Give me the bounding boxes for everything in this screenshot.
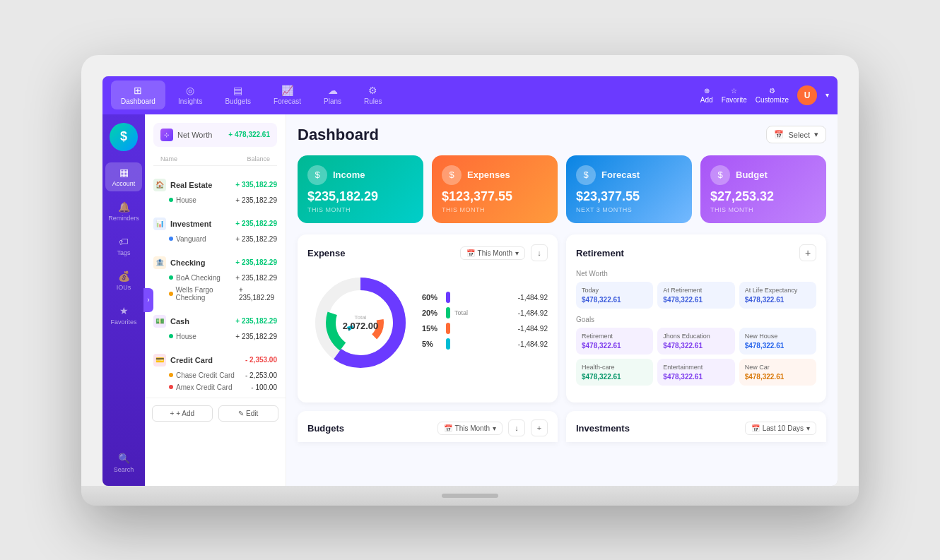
account-group-cash-header[interactable]: 💵 Cash + 235,182.29 bbox=[151, 312, 280, 330]
retirement-cards: Today $478,322.61 At Retirement $478,322… bbox=[576, 282, 816, 309]
add-action[interactable]: ⊕ Add bbox=[700, 87, 713, 104]
favorite-icon: ☆ bbox=[731, 87, 737, 95]
forecast-period: NEXT 3 MONTHS bbox=[576, 206, 682, 213]
dot-blue bbox=[169, 237, 173, 241]
sidebar-item-search[interactable]: 🔍 Search bbox=[105, 448, 142, 477]
budgets-controls: 📅 This Month ▾ ↓ + bbox=[437, 419, 548, 436]
goal-healthcare: Health-care $478,322.61 bbox=[576, 359, 653, 386]
donut-center: Total 2,072.00 bbox=[343, 314, 379, 331]
goal-retirement: Retirement $478,322.61 bbox=[576, 328, 653, 355]
sidebar-item-reminders[interactable]: 🔔 Reminders bbox=[105, 197, 142, 226]
goal-education-label: Jhons Education bbox=[663, 333, 729, 340]
stat-card-income: $ Income $235,182.29 THIS MONTH bbox=[298, 155, 423, 224]
budgets-download-btn[interactable]: ↓ bbox=[508, 419, 525, 436]
goal-healthcare-value: $478,322.61 bbox=[582, 373, 647, 381]
dashboard-select[interactable]: 📅 Select ▾ bbox=[766, 126, 826, 143]
account-sub-chase: Chase Credit Card - 2,253.00 bbox=[151, 369, 280, 381]
col-headers: Name Balance bbox=[153, 153, 277, 166]
nav-actions-group: ⊕ Add ☆ Favorite ⚙ Customize U ▾ bbox=[700, 85, 829, 105]
account-sub-boa: BoA Checking + 235,182.29 bbox=[151, 272, 280, 284]
legend-item-1: 20% Total -1,484.92 bbox=[422, 307, 548, 318]
rules-tab-label: Rules bbox=[364, 97, 382, 105]
stat-card-expenses: $ Expenses $123,377.55 THIS MONTH bbox=[432, 155, 558, 224]
favorites-label: Favorites bbox=[111, 318, 137, 326]
credit-card-icon: 💳 bbox=[153, 354, 166, 367]
sidebar-item-favorites[interactable]: ★ Favorites bbox=[105, 301, 142, 330]
legend-bar-orange bbox=[446, 323, 450, 334]
rules-tab-icon: ⚙ bbox=[368, 85, 377, 96]
expense-panel: Expense 📅 This Month ▾ ↓ bbox=[298, 234, 558, 403]
expense-date-selector[interactable]: 📅 This Month ▾ bbox=[460, 246, 525, 260]
tab-budgets[interactable]: ▤ Budgets bbox=[215, 81, 261, 109]
retirement-net-worth-section: Net Worth Today $478,322.61 At Retiremen… bbox=[576, 270, 816, 309]
legend-bar-purple bbox=[446, 292, 450, 303]
expense-legend: 60% -1,484.92 20% bbox=[422, 292, 548, 354]
sidebar-item-tags[interactable]: 🏷 Tags bbox=[105, 232, 142, 261]
dot-amex bbox=[169, 385, 173, 389]
expenses-icon: $ bbox=[442, 165, 462, 185]
net-worth-label: ⊹ Net Worth bbox=[160, 129, 212, 141]
sidebar-expand-btn[interactable]: › bbox=[143, 288, 153, 312]
account-group-credit-card-header[interactable]: 💳 Credit Card - 2,353.00 bbox=[151, 351, 280, 369]
at-retirement-value: $478,322.61 bbox=[663, 296, 729, 304]
account-group-investment-header[interactable]: 📊 Investment + 235,182.29 bbox=[151, 215, 280, 233]
retirement-add-btn[interactable]: + bbox=[799, 244, 816, 261]
tab-dashboard[interactable]: ⊞ Dashboard bbox=[111, 81, 165, 109]
goal-car-value: $478,322.61 bbox=[745, 373, 811, 381]
forecast-icon: $ bbox=[576, 165, 596, 185]
account-sub-vanguard: Vanguard + 235,182.29 bbox=[151, 233, 280, 245]
account-group-real-estate-header[interactable]: 🏠 Real Estate + 335,182.29 bbox=[151, 176, 280, 194]
tab-insights[interactable]: ◎ Insights bbox=[168, 81, 212, 109]
expense-download-btn[interactable]: ↓ bbox=[531, 244, 548, 261]
expense-period-label: This Month bbox=[478, 249, 512, 257]
user-avatar[interactable]: U bbox=[797, 85, 817, 105]
ret-card-at-retirement: At Retirement $478,322.61 bbox=[657, 282, 734, 309]
calendar-icon: 📅 bbox=[774, 130, 784, 139]
add-account-button[interactable]: + + Add bbox=[152, 405, 213, 422]
tab-forecast[interactable]: 📈 Forecast bbox=[264, 81, 311, 109]
goal-new-car: New Car $478,322.61 bbox=[739, 359, 816, 386]
legend-item-3: 5% -1,484.92 bbox=[422, 338, 548, 350]
today-value: $478,322.61 bbox=[582, 296, 647, 304]
favorite-label: Favorite bbox=[722, 96, 747, 104]
account-sub-amex: Amex Credit Card - 100.00 bbox=[151, 381, 280, 393]
account-group-checking-header[interactable]: 🏦 Checking + 235,182.29 bbox=[151, 254, 280, 272]
budgets-add-btn[interactable]: + bbox=[531, 419, 548, 436]
sidebar-item-ious[interactable]: 💰 IOUs bbox=[105, 266, 142, 295]
investments-controls: 📅 Last 10 Days ▾ bbox=[745, 422, 816, 435]
plans-tab-icon: ☁ bbox=[328, 85, 338, 96]
legend-bar-cyan bbox=[446, 338, 450, 350]
forecast-tab-icon: 📈 bbox=[281, 85, 293, 96]
app-logo: $ bbox=[110, 123, 138, 151]
goal-healthcare-label: Health-care bbox=[582, 364, 647, 371]
forecast-value: $23,377.55 bbox=[576, 189, 682, 205]
add-label: Add bbox=[700, 96, 713, 104]
accounts-header: ⊹ Net Worth + 478,322.61 Name Balance bbox=[145, 114, 286, 172]
budgets-tab-icon: ▤ bbox=[233, 85, 242, 96]
page-title: Dashboard bbox=[298, 126, 379, 144]
budgets-date-selector[interactable]: 📅 This Month ▾ bbox=[437, 422, 503, 435]
legend-bar-green bbox=[446, 307, 450, 318]
income-value: $235,182.29 bbox=[307, 189, 413, 205]
reminders-icon: 🔔 bbox=[118, 201, 130, 213]
insights-tab-icon: ◎ bbox=[186, 85, 194, 96]
retirement-goals-section: Goals Retirement $478,322.61 Jhons Educa… bbox=[576, 316, 816, 386]
edit-account-button[interactable]: ✎ Edit bbox=[218, 405, 279, 422]
life-expectancy-value: $478,322.61 bbox=[745, 296, 811, 304]
expenses-period: THIS MONTH bbox=[442, 206, 548, 213]
favorite-action[interactable]: ☆ Favorite bbox=[722, 87, 747, 104]
today-label: Today bbox=[582, 287, 647, 294]
sidebar-item-account[interactable]: ▦ Account bbox=[105, 162, 142, 191]
dot-green bbox=[169, 198, 173, 202]
goal-education-value: $478,322.61 bbox=[663, 342, 729, 350]
customize-action[interactable]: ⚙ Customize bbox=[756, 87, 789, 104]
customize-label: Customize bbox=[756, 96, 789, 104]
investments-date-selector[interactable]: 📅 Last 10 Days ▾ bbox=[745, 422, 816, 435]
tab-plans[interactable]: ☁ Plans bbox=[314, 81, 351, 109]
tab-rules[interactable]: ⚙ Rules bbox=[354, 81, 392, 109]
calendar-icon-expense: 📅 bbox=[466, 249, 475, 257]
investment-icon: 📊 bbox=[153, 218, 166, 230]
search-label: Search bbox=[114, 466, 134, 473]
goal-education: Jhons Education $478,322.61 bbox=[657, 328, 734, 355]
net-worth-row: ⊹ Net Worth + 478,322.61 bbox=[153, 123, 277, 147]
